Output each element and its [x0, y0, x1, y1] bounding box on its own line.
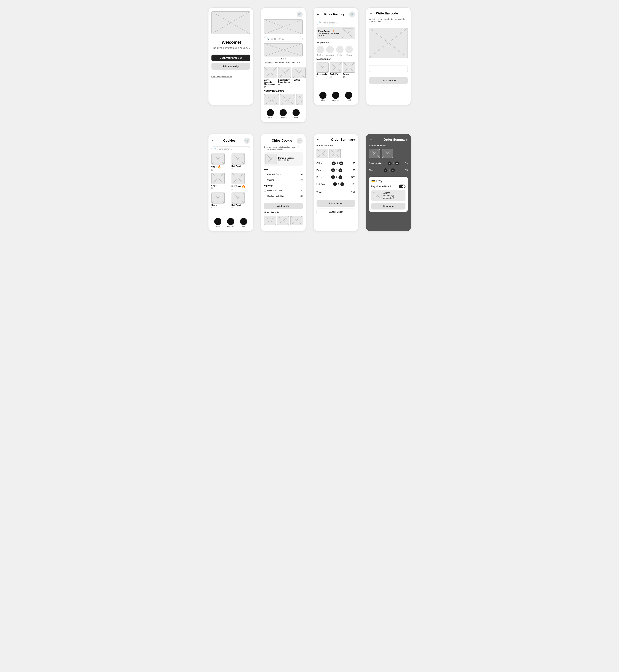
pay-item-flan-price: $5: [405, 169, 408, 172]
popular-image-2: [330, 62, 342, 73]
hotdog-qty-value: 1: [338, 183, 339, 185]
browse-search-bar[interactable]: 🔍 Tap to search...: [264, 36, 303, 42]
pay-toggle[interactable]: [399, 184, 406, 188]
total-value: $33: [351, 191, 355, 194]
addon-checkbox-caramel[interactable]: [264, 179, 266, 181]
cat-milkshakes[interactable]: Milkshakes: [326, 46, 334, 56]
cat-drinks[interactable]: Drinks: [336, 46, 344, 56]
search-icon: 🔍: [214, 148, 216, 150]
hotdog-qty-plus[interactable]: +: [340, 182, 344, 186]
food-price-2: $5: [278, 84, 291, 86]
pay-flan-qty-plus[interactable]: +: [391, 168, 395, 172]
pizza-search-bar[interactable]: 🔍 Tap to search...: [317, 20, 355, 25]
cookies-search-bar[interactable]: 🔍 Tap to search...: [211, 146, 250, 151]
screen-write-code: ← Write the code Write the number under …: [366, 7, 411, 105]
lets-go-eat-button[interactable]: ¡Let's go eat!: [369, 77, 408, 84]
cat-tab-ice[interactable]: Ice: [297, 61, 300, 64]
chips-qty-minus[interactable]: −: [332, 161, 336, 165]
more-item-3: [290, 216, 303, 225]
color-chip: [278, 159, 280, 161]
place-order-button[interactable]: Place Order: [317, 200, 355, 207]
add-manually-button[interactable]: Add manually: [211, 63, 250, 70]
cancel-order-button[interactable]: Cancel Order: [317, 209, 355, 215]
nav-inicio-cookies[interactable]: Inicio: [214, 218, 221, 227]
nav-perfil[interactable]: Perfil: [292, 109, 300, 119]
order-item-chips-name: Chips: [317, 162, 322, 165]
order-item-chips-price: $3: [353, 162, 355, 165]
code-input-field[interactable]: [369, 65, 408, 72]
cheesecake-qty-minus[interactable]: −: [388, 161, 392, 165]
order-item-flan-name: Flan: [317, 169, 321, 172]
back-button[interactable]: ←: [369, 138, 372, 142]
cart-icon-button[interactable]: 🛒: [297, 11, 303, 17]
flan-qty-plus[interactable]: +: [339, 168, 342, 172]
nav-perfil-pizza[interactable]: Perfil: [345, 92, 352, 101]
fire-icon-redvelvet-2: 🔥: [242, 184, 246, 188]
cheesecake-qty-plus[interactable]: +: [395, 161, 399, 165]
food-name-3: The Coo: [292, 79, 306, 81]
addon-checkbox-melted[interactable]: [264, 189, 266, 192]
cookie-name-redvelvet-2: Red Velvet: [231, 185, 241, 188]
pay-flan-qty-minus[interactable]: −: [384, 168, 388, 172]
item-source-row: Dom's Desserts 1 $3: [264, 152, 303, 166]
addon-label-melted: Melted Chocolate: [264, 189, 282, 192]
back-button[interactable]: ←: [369, 11, 372, 15]
nav-dot-perfil-pizza: [345, 92, 352, 99]
nav-favoritos-pizza[interactable]: Favoritos: [332, 92, 339, 101]
popular-name-3: Cookie: [343, 73, 355, 75]
fire-icon-chips-1: 🔥: [217, 165, 221, 169]
card-chip-image: [373, 192, 382, 199]
order-pay-title: Order Summary: [384, 138, 408, 142]
scan-bracelet-button[interactable]: Scan your bracelet: [211, 55, 250, 61]
free-section-label: Free: [264, 168, 303, 170]
language-preferences-link[interactable]: Language preferences: [211, 75, 250, 77]
restaurant-name: Pizza Factory 🍕: [319, 30, 341, 32]
nav-dot-favoritos-cookies: [227, 218, 234, 225]
cat-donuts[interactable]: Donuts: [345, 46, 353, 56]
cat-tab-desserts[interactable]: Desserts: [264, 61, 273, 64]
addon-name-melted: Melted Chocolate: [267, 190, 282, 192]
chips-cookie-image: [266, 154, 277, 164]
nav-inicio[interactable]: Inicio: [267, 109, 274, 119]
addon-checkbox-heath[interactable]: [264, 195, 266, 197]
cat-tab-fastfood[interactable]: Fast Food: [275, 61, 284, 64]
cart-icon-button[interactable]: 🛒: [244, 138, 250, 144]
cookie-item-redvelvet-3: Red Velvet $5: [231, 192, 250, 209]
toppings-section-label: Toppings: [264, 184, 303, 186]
nav-perfil-cookies[interactable]: Perfil: [240, 218, 247, 227]
back-button[interactable]: ←: [211, 139, 215, 143]
cart-icon-button[interactable]: 🛒: [349, 11, 355, 17]
cart-icon-button[interactable]: 🛒: [297, 138, 303, 144]
pay-places-row: [369, 149, 408, 158]
pizza-qty-minus[interactable]: −: [331, 175, 335, 179]
addon-label-caramel: Caramel: [264, 179, 275, 181]
nav-favoritos[interactable]: Favoritos: [280, 109, 287, 119]
nav-inicio-pizza[interactable]: Inicio: [319, 92, 327, 101]
hotdog-qty-minus[interactable]: −: [333, 182, 337, 186]
search-icon: 🔍: [319, 21, 322, 24]
nearby-items: [264, 94, 303, 105]
cat-tab-smoothies[interactable]: Smoothies: [286, 61, 295, 64]
back-button[interactable]: ←: [264, 139, 267, 143]
bottom-nav: Inicio Favoritos Perfil: [264, 107, 303, 119]
cookie-image-chips-1: [211, 153, 225, 164]
chips-qty-plus[interactable]: +: [339, 161, 343, 165]
nav-favoritos-cookies[interactable]: Favoritos: [227, 218, 234, 227]
screen-browse: 🛒 🔍 Tap to search... Desserts Fast Food …: [261, 7, 306, 123]
addon-checkbox-chocolate[interactable]: [264, 173, 266, 175]
hotdog-qty-controls: − 1 +: [333, 182, 344, 186]
back-button[interactable]: ←: [317, 13, 320, 16]
total-label: Total: [317, 191, 322, 194]
cat-cookies[interactable]: Cookies: [317, 46, 324, 56]
cookie-image-redvelvet-3: [231, 192, 245, 204]
item-qty: 1: [282, 159, 283, 161]
add-to-car-button[interactable]: Add to car: [264, 203, 303, 209]
more-item-2: [277, 216, 289, 225]
food-item-2: Pizza factory Chips Cookie $5: [278, 67, 291, 88]
nearby-item-2: [280, 94, 295, 105]
back-button[interactable]: ←: [317, 138, 320, 142]
continue-button[interactable]: Continue: [371, 203, 406, 210]
pizza-factory-title: Pizza Factory: [324, 13, 345, 16]
flan-qty-minus[interactable]: −: [331, 168, 335, 172]
pizza-qty-plus[interactable]: +: [339, 175, 342, 179]
